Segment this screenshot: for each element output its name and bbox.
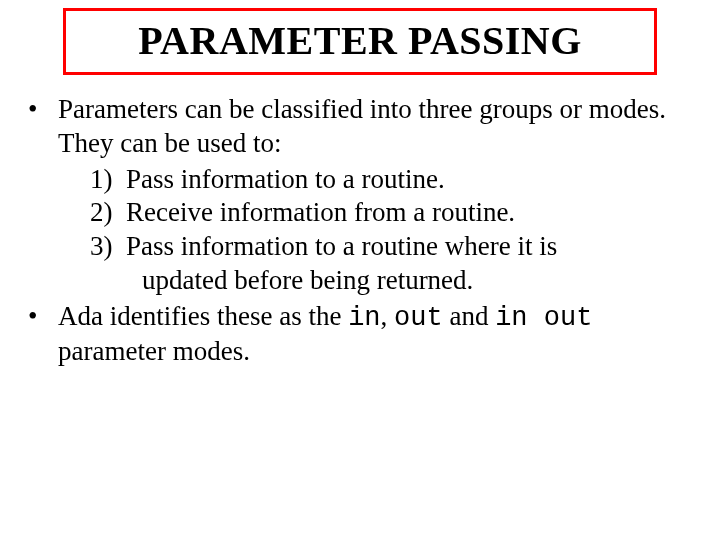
numbered-list: 1) Pass information to a routine. 2) Rec… (90, 163, 694, 298)
text-run: and (443, 301, 495, 331)
list-number: 3) (90, 230, 126, 298)
keyword-in: in (348, 303, 380, 333)
text-run: parameter modes. (58, 336, 250, 366)
list-text-line: Pass information to a routine where it i… (126, 231, 557, 261)
bullet-item: • Ada identifies these as the in, out an… (26, 300, 694, 370)
list-text: Receive information from a routine. (126, 196, 694, 230)
bullet-text: Ada identifies these as the in, out and … (58, 300, 694, 370)
keyword-out: out (394, 303, 443, 333)
bullet-item: • Parameters can be classified into thre… (26, 93, 694, 161)
list-number: 2) (90, 196, 126, 230)
text-run: Ada identifies these as the (58, 301, 348, 331)
bullet-text: Parameters can be classified into three … (58, 93, 694, 161)
keyword-in-out: in out (495, 303, 592, 333)
list-text-continuation: updated before being returned. (142, 264, 694, 298)
bullet-marker: • (26, 93, 58, 161)
bullet-marker: • (26, 300, 58, 370)
slide: PARAMETER PASSING • Parameters can be cl… (0, 0, 720, 540)
slide-title: PARAMETER PASSING (138, 18, 582, 63)
list-number: 1) (90, 163, 126, 197)
list-item: 3) Pass information to a routine where i… (90, 230, 694, 298)
list-text: Pass information to a routine. (126, 163, 694, 197)
list-item: 1) Pass information to a routine. (90, 163, 694, 197)
title-box: PARAMETER PASSING (63, 8, 657, 75)
text-run: , (381, 301, 395, 331)
list-text: Pass information to a routine where it i… (126, 230, 694, 298)
slide-body: • Parameters can be classified into thre… (0, 93, 720, 369)
list-item: 2) Receive information from a routine. (90, 196, 694, 230)
